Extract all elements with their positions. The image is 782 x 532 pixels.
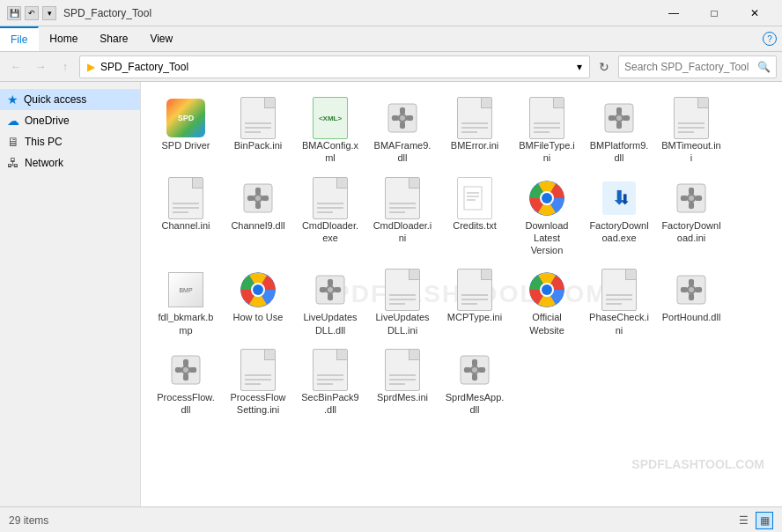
- file-name-channel-ini: Channel.ini: [161, 219, 210, 232]
- tab-share[interactable]: Share: [89, 26, 139, 51]
- tab-home[interactable]: Home: [39, 26, 89, 51]
- up-button[interactable]: ↑: [55, 56, 76, 78]
- file-item-binpack-ini[interactable]: BinPack.ini: [224, 92, 292, 169]
- svg-point-103: [472, 367, 477, 373]
- file-item-cmddownloader-exe[interactable]: CmdDloader.exe: [296, 173, 365, 262]
- svg-point-70: [542, 284, 552, 295]
- sidebar-item-network[interactable]: 🖧 Network: [0, 152, 140, 174]
- file-name-phasecheck-ini: PhaseCheck.ini: [589, 311, 649, 336]
- file-name-sprdmes-ini: SprdMes.ini: [377, 391, 428, 403]
- view-grid-button[interactable]: ▦: [756, 512, 773, 529]
- svg-point-53: [689, 196, 694, 201]
- title-bar-icon-undo: ↶: [25, 6, 39, 20]
- file-name-factorydownload-exe: FactoryDownload.exe: [589, 219, 649, 245]
- file-item-liveupdates-dll[interactable]: LiveUpdatesDLL.dll: [296, 264, 365, 341]
- sidebar-label-this-pc: This PC: [25, 136, 63, 148]
- svg-point-10: [400, 115, 405, 121]
- sidebar-label-network: Network: [25, 157, 63, 169]
- file-name-liveupdates-ini: LiveUpdatesDLL.ini: [373, 311, 432, 336]
- file-item-sprdmesapp-dll[interactable]: SprdMesApp.dll: [440, 344, 509, 421]
- file-item-processflow-ini[interactable]: ProcessFlowSetting.ini: [224, 344, 292, 421]
- view-list-button[interactable]: ☰: [734, 512, 752, 529]
- address-path-box[interactable]: ▶ SPD_Factory_Tool ▾: [79, 55, 590, 78]
- svg-point-67: [328, 287, 333, 292]
- search-box[interactable]: 🔍: [618, 55, 777, 78]
- file-item-credits-txt[interactable]: Credits.txt: [440, 173, 509, 262]
- maximize-button[interactable]: □: [694, 0, 734, 26]
- file-name-bmfiletype-ini: BMFileType.ini: [517, 139, 577, 165]
- path-dropdown-icon[interactable]: ▾: [577, 61, 582, 73]
- file-item-liveupdates-ini[interactable]: LiveUpdatesDLL.ini: [368, 264, 437, 341]
- sidebar: ★ Quick access ☁ OneDrive 🖥 This PC 🖧 Ne…: [0, 82, 141, 506]
- file-item-cmddownloader-ini[interactable]: CmdDloader.ini: [368, 173, 437, 262]
- file-name-bmplatform-dll: BMPlatform9.dll: [589, 139, 649, 165]
- file-icon-cmddownloader-exe: [309, 177, 351, 219]
- tab-file[interactable]: File: [0, 26, 39, 51]
- forward-button[interactable]: →: [30, 56, 51, 78]
- file-icon-official-website: [526, 269, 568, 311]
- file-item-secbinpack-dll[interactable]: SecBinPack9.dll: [296, 344, 365, 421]
- file-item-porthound-dll[interactable]: PortHound.dll: [657, 264, 726, 341]
- file-icon-fdl-bkmark-bmp: BMP: [165, 269, 207, 311]
- file-item-phasecheck-ini[interactable]: PhaseCheck.ini: [585, 264, 653, 341]
- file-grid: SPDSPD Driver BinPack.ini <XML> BMAConfi…: [151, 92, 771, 421]
- file-item-bmerror-ini[interactable]: BMError.ini: [440, 92, 509, 169]
- sidebar-label-onedrive: OneDrive: [25, 115, 70, 127]
- file-item-bmaconfig-xml[interactable]: <XML> BMAConfig.xml: [296, 92, 365, 169]
- file-icon-download-latest: [526, 177, 568, 219]
- svg-rect-33: [464, 187, 482, 210]
- close-button[interactable]: ✕: [734, 0, 775, 26]
- file-icon-factorydownload-exe: ⬇ ⬇: [598, 177, 640, 219]
- title-bar: 💾 ↶ ▾ SPD_Factory_Tool — □ ✕: [0, 0, 782, 26]
- file-icon-bmplatform-dll: [598, 97, 640, 139]
- file-item-download-latest[interactable]: Download Latest Version: [513, 173, 581, 262]
- ribbon-help-icon[interactable]: ?: [763, 32, 777, 46]
- file-item-factorydownload-ini[interactable]: FactoryDownload.ini: [657, 173, 726, 262]
- file-name-sprdmesapp-dll: SprdMesApp.dll: [445, 391, 505, 417]
- file-item-official-website[interactable]: Official Website: [513, 264, 581, 341]
- file-item-mcptype-ini[interactable]: MCPType.ini: [440, 264, 509, 341]
- file-item-channel-ini[interactable]: Channel.ini: [151, 173, 220, 262]
- file-item-spd-driver[interactable]: SPDSPD Driver: [151, 92, 220, 169]
- file-name-spd-driver: SPD Driver: [161, 139, 210, 151]
- window-title: SPD_Factory_Tool: [63, 7, 653, 19]
- cloud-icon: ☁: [7, 114, 19, 128]
- status-bar: 29 items ☰ ▦: [0, 506, 782, 532]
- sidebar-item-quick-access[interactable]: ★ Quick access: [0, 89, 140, 110]
- file-item-fdl-bkmark-bmp[interactable]: BMPfdl_bkmark.bmp: [151, 264, 220, 341]
- file-icon-cmddownloader-ini: [381, 177, 424, 219]
- file-icon-bmaconfig-xml: <XML>: [309, 97, 351, 139]
- file-icon-credits-txt: [454, 177, 496, 219]
- svg-point-56: [253, 284, 263, 295]
- file-name-fdl-bkmark-bmp: fdl_bkmark.bmp: [156, 311, 216, 336]
- svg-point-32: [255, 196, 261, 201]
- file-icon-mcptype-ini: [454, 269, 496, 311]
- svg-point-39: [542, 193, 552, 203]
- file-icon-how-to-use: [237, 269, 279, 311]
- search-input[interactable]: [624, 61, 754, 73]
- network-icon: 🖧: [7, 156, 19, 170]
- search-icon[interactable]: 🔍: [757, 61, 771, 73]
- file-item-processflow-dll[interactable]: ProcessFlow.dll: [151, 344, 220, 421]
- file-item-channel9-dll[interactable]: Channel9.dll: [224, 173, 292, 262]
- file-item-bmaframe-dll[interactable]: BMAFrame9.dll: [368, 92, 437, 169]
- file-icon-sprdmesapp-dll: [454, 349, 496, 391]
- refresh-button[interactable]: ↻: [594, 56, 615, 78]
- file-icon-bmfiletype-ini: [526, 97, 568, 139]
- file-item-factorydownload-exe[interactable]: ⬇ ⬇ FactoryDownload.exe: [585, 173, 653, 262]
- tab-view[interactable]: View: [139, 26, 184, 51]
- file-name-credits-txt: Credits.txt: [453, 219, 497, 232]
- back-button[interactable]: ←: [5, 56, 26, 78]
- sidebar-item-this-pc[interactable]: 🖥 This PC: [0, 131, 140, 152]
- file-item-bmtimeout-ini[interactable]: BMTimeout.ini: [657, 92, 726, 169]
- sidebar-item-onedrive[interactable]: ☁ OneDrive: [0, 110, 140, 131]
- minimize-button[interactable]: —: [653, 0, 694, 26]
- file-item-bmfiletype-ini[interactable]: BMFileType.ini: [513, 92, 581, 169]
- file-item-sprdmes-ini[interactable]: SprdMes.ini: [368, 344, 437, 421]
- file-item-bmplatform-dll[interactable]: BMPlatform9.dll: [585, 92, 653, 169]
- window-controls[interactable]: — □ ✕: [653, 0, 775, 26]
- file-icon-secbinpack-dll: [309, 349, 351, 391]
- file-item-how-to-use[interactable]: How to Use: [224, 264, 292, 341]
- status-bar-right: ☰ ▦: [734, 512, 773, 529]
- file-name-secbinpack-dll: SecBinPack9.dll: [300, 391, 360, 417]
